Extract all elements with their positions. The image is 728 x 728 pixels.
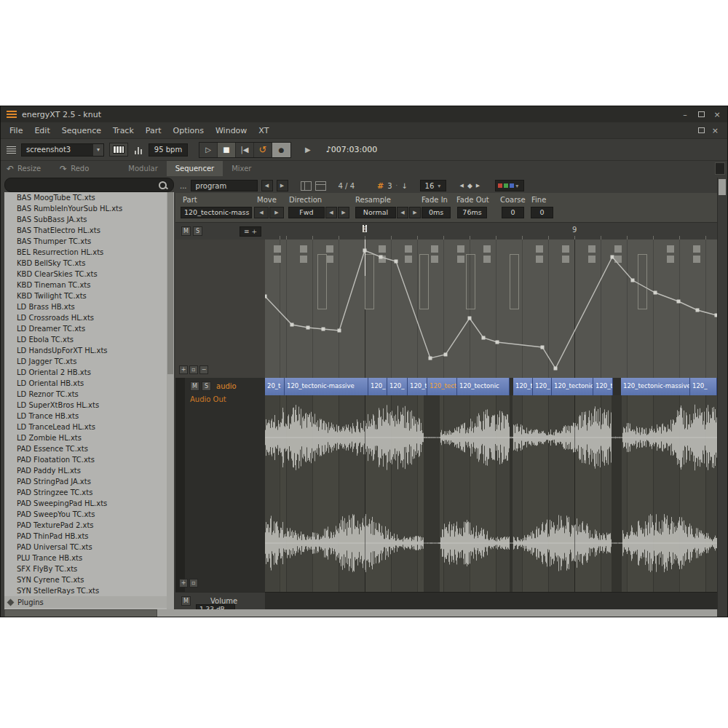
down-arrow-icon[interactable]: ↓ <box>401 182 407 190</box>
file-item[interactable]: LD Dreamer TC.xts <box>4 323 167 334</box>
file-item[interactable]: PAD Universal TC.xts <box>4 542 167 553</box>
file-item[interactable]: SFX FlyBy TC.xts <box>4 563 167 574</box>
rewind-button[interactable]: |◀ <box>236 143 254 157</box>
move-right-button[interactable]: ▶ <box>269 207 284 218</box>
meter-icon[interactable] <box>133 146 143 154</box>
horizontal-scrollbar-thumb[interactable] <box>4 609 157 617</box>
menu-item-edit[interactable]: Edit <box>28 126 55 135</box>
mdi-restore-button[interactable] <box>698 126 705 135</box>
file-item[interactable]: KBD BellSky TC.xts <box>4 258 167 269</box>
program-dropdown[interactable]: program <box>191 180 258 191</box>
snap-icon[interactable]: # <box>377 181 384 191</box>
track-colors-button[interactable]: ▾ <box>495 180 524 191</box>
fade-in-field[interactable]: 0ms <box>422 207 451 218</box>
remove-point-button[interactable]: − <box>199 365 208 374</box>
file-item[interactable]: LD TranceLead HL.xts <box>4 422 167 432</box>
time-signature[interactable]: 4 / 4 <box>339 182 355 190</box>
record-button[interactable]: ● <box>272 143 290 157</box>
file-item[interactable]: LD SuperXtBros HL.xts <box>4 400 167 411</box>
restore-button[interactable] <box>697 110 705 119</box>
audio-clip[interactable]: 120_ <box>387 378 408 395</box>
mdi-close-button[interactable]: × <box>712 126 719 135</box>
snap-value[interactable]: 3 <box>387 182 392 190</box>
browser-scrollbar-thumb[interactable] <box>167 192 173 374</box>
plugins-node[interactable]: Plugins <box>4 596 167 608</box>
automation-solo-button[interactable]: S <box>193 226 202 236</box>
layout-split-vertical-icon[interactable] <box>301 181 312 191</box>
panel-toggle-button[interactable] <box>715 162 725 175</box>
direction-right-button[interactable]: ▶ <box>338 207 349 218</box>
file-item[interactable]: BAS ThatElectro HL.xts <box>4 225 167 236</box>
marker-diamond-icon[interactable]: ◆ <box>467 182 472 189</box>
file-item[interactable]: KBD Twilight TC.xts <box>4 290 167 301</box>
lane-menu-button[interactable]: ≡ + <box>240 226 261 237</box>
file-item[interactable]: LD Oriental HB.xts <box>4 378 167 389</box>
add-track-button[interactable]: + <box>179 579 188 587</box>
menu-item-options[interactable]: Options <box>167 126 210 135</box>
audio-clip[interactable]: 120_t <box>513 378 533 395</box>
file-item[interactable]: LD Jagger TC.xts <box>4 356 167 367</box>
vertical-scrollbar[interactable] <box>717 178 726 609</box>
automation-mute-button[interactable]: M <box>181 226 191 236</box>
next-program-button[interactable]: ▶ <box>277 180 288 191</box>
menu-item-xt[interactable]: XT <box>253 126 274 135</box>
menu-item-window[interactable]: Window <box>210 126 253 135</box>
track-mute-button[interactable]: M <box>190 381 199 391</box>
track-header[interactable]: M S audio Audio Out + ▫ <box>175 378 265 592</box>
resample-right-button[interactable]: ▶ <box>409 207 421 218</box>
redo-button[interactable]: ↷ Redo <box>60 164 89 174</box>
layout-split-horizontal-icon[interactable] <box>315 181 326 191</box>
file-item[interactable]: PAD ThinPad HB.xts <box>4 531 167 542</box>
file-item[interactable]: KBD ClearSkies TC.xts <box>4 269 167 280</box>
menu-item-track[interactable]: Track <box>107 126 140 135</box>
automation-envelope-area[interactable] <box>265 240 717 378</box>
audio-clip[interactable]: 120_tectonic <box>457 378 510 395</box>
coarse-field[interactable]: 0 <box>502 207 524 218</box>
audio-clip[interactable]: 120_t <box>593 378 613 395</box>
file-item[interactable]: PAD Stringzee TC.xts <box>4 487 167 498</box>
more-button[interactable]: ... <box>180 182 187 190</box>
undo-button[interactable]: ↶ Resize <box>7 164 41 174</box>
move-left-button[interactable]: ◀ <box>254 207 269 218</box>
volume-mute-button[interactable]: M <box>181 596 191 606</box>
file-item[interactable]: PAD SweepYou TC.xts <box>4 509 167 520</box>
file-item[interactable]: LD Crossroads HL.xts <box>4 312 167 323</box>
waveform-area[interactable] <box>265 395 717 592</box>
timeline-ruler[interactable]: 89 <box>265 223 717 240</box>
bpm-display[interactable]: 95 bpm <box>149 143 188 157</box>
resample-left-button[interactable]: ◀ <box>397 207 408 218</box>
file-item[interactable]: PLU Trance HB.xts <box>4 553 167 563</box>
file-item[interactable]: SYN StellerRays TC.xts <box>4 585 167 596</box>
audio-clip[interactable]: 120_t <box>408 378 427 395</box>
file-item[interactable]: PAD Essence TC.xts <box>4 443 167 454</box>
position-display[interactable]: ♪007:03:000 <box>326 145 377 154</box>
file-item[interactable]: PAD SweepingPad HL.xts <box>4 498 167 509</box>
audio-clip[interactable]: 120_tectonic <box>552 378 593 395</box>
tab-mixer[interactable]: Mixer <box>223 161 260 176</box>
file-item[interactable]: LD Oriental 2 HB.xts <box>4 367 167 378</box>
part-name-field[interactable]: 120_tectonic-mass <box>181 207 252 218</box>
file-item[interactable]: PAD StringPad JA.xts <box>4 476 167 487</box>
file-item[interactable]: PAD Paddy HL.xts <box>4 465 167 476</box>
audio-clip[interactable]: 20_t <box>265 378 285 395</box>
clip-gap[interactable] <box>613 378 621 395</box>
loop-button[interactable]: ↺ <box>254 143 272 157</box>
stop-button[interactable]: ■ <box>218 143 236 157</box>
add-point-button[interactable]: + <box>179 365 188 374</box>
direction-left-button[interactable]: ◀ <box>325 207 337 218</box>
horizontal-scrollbar[interactable] <box>4 609 717 617</box>
file-item[interactable]: SYN Cyrene TC.xts <box>4 574 167 585</box>
vertical-scrollbar-thumb[interactable] <box>719 179 726 195</box>
file-item[interactable]: BEL Resurrection HL.xts <box>4 247 167 258</box>
file-item[interactable]: LD Reznor TC.xts <box>4 389 167 400</box>
browser-scrollbar[interactable] <box>167 192 174 609</box>
audio-clip[interactable]: 120_tectonic-massive <box>285 378 368 395</box>
file-item[interactable]: LD Zombie HL.xts <box>4 432 167 443</box>
audio-clip[interactable]: 120_tectonic-massive <box>621 378 690 395</box>
file-item[interactable]: PAD TexturePad 2.xts <box>4 520 167 531</box>
play-button[interactable]: ▷ <box>199 143 218 157</box>
direction-field[interactable]: Fwd <box>288 207 325 218</box>
audio-clip[interactable]: 120_ <box>690 378 717 395</box>
file-item[interactable]: LD Brass HB.xts <box>4 301 167 312</box>
audio-clip[interactable]: 120_tect <box>427 378 457 395</box>
